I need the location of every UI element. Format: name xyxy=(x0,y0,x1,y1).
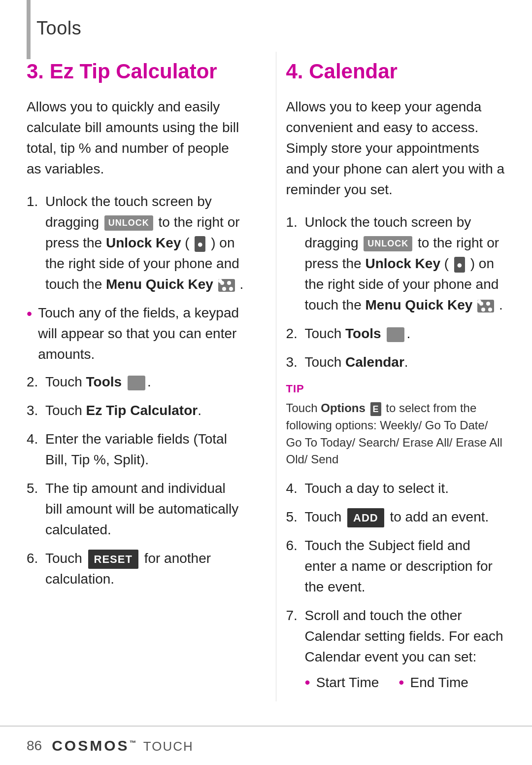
page-title: Tools xyxy=(36,18,81,38)
right-steps-list: 1. Unlock the touch screen by dragging U… xyxy=(286,212,506,694)
right-step-5: 5. Touch ADD to add an event. xyxy=(286,507,506,527)
page-footer: 86 COSMOS™ TOUCH xyxy=(0,726,532,765)
left-step-6-content: Touch RESET for another calculation. xyxy=(45,548,246,590)
right-step-2: 2. Touch Tools . xyxy=(286,323,506,344)
left-step-5: 5. The tip amount and individual bill am… xyxy=(27,478,246,540)
tools-icon-r xyxy=(387,327,404,342)
unlock-key-label: Unlock Key xyxy=(106,235,181,250)
tip-section: TIP Touch Options E to select from the f… xyxy=(286,381,506,468)
menu-icon-r xyxy=(477,300,494,313)
bullet-dot-start: • xyxy=(305,671,310,694)
options-label: Options xyxy=(321,401,366,415)
right-step-5-content: Touch ADD to add an event. xyxy=(305,507,506,527)
right-step-2-content: Touch Tools . xyxy=(305,323,506,344)
right-step-1: 1. Unlock the touch screen by dragging U… xyxy=(286,212,506,315)
left-step-4-num: 4. xyxy=(27,429,45,470)
sub-bullets: • Start Time • End Time xyxy=(305,671,506,694)
left-step-2: 2. Touch Tools . xyxy=(27,372,246,392)
right-step-4: 4. Touch a day to select it. xyxy=(286,478,506,499)
calendar-label: Calendar xyxy=(345,354,404,370)
footer-brand: COSMOS™ TOUCH xyxy=(52,735,194,757)
bullet-dot: • xyxy=(27,303,32,365)
end-time-label: End Time xyxy=(410,672,468,693)
tip-label: TIP xyxy=(286,381,506,397)
footer-page-number: 86 xyxy=(27,736,42,756)
menu-quick-key-label: Menu Quick Key xyxy=(106,277,213,292)
unlock-button-img-r: UNLOCK xyxy=(364,236,412,251)
options-icon: E xyxy=(370,402,381,416)
menu-quick-key-label-r: Menu Quick Key xyxy=(365,297,472,313)
right-step-3-num: 3. xyxy=(286,352,305,373)
left-step-4-content: Enter the variable fields (Total Bill, T… xyxy=(45,429,246,470)
right-step-3: 3. Touch Calendar. xyxy=(286,352,506,373)
right-step-6: 6. Touch the Subject field and enter a n… xyxy=(286,535,506,597)
left-step-4: 4. Enter the variable fields (Total Bill… xyxy=(27,429,246,470)
left-step-5-num: 5. xyxy=(27,478,45,540)
unlock-key-label-r: Unlock Key xyxy=(365,256,440,271)
left-step-2-num: 2. xyxy=(27,372,45,392)
tools-icon-2 xyxy=(128,376,145,390)
page-container: Tools 3. Ez Tip Calculator Allows you to… xyxy=(0,0,532,765)
brand-cosmos: COSMOS xyxy=(52,737,129,754)
right-step-7-content: Scroll and touch the other Calendar sett… xyxy=(305,605,506,694)
left-section-intro: Allows you to quickly and easily calcula… xyxy=(27,97,246,179)
menu-icon xyxy=(218,279,235,292)
bullet-1-text: Touch any of the fields, a keypad will a… xyxy=(38,303,246,365)
right-step-1-content: Unlock the touch screen by dragging UNLO… xyxy=(305,212,506,315)
right-section-heading: 4. Calendar xyxy=(286,57,506,87)
sub-bullet-start-time: • Start Time xyxy=(305,671,379,694)
right-step-4-num: 4. xyxy=(286,478,305,499)
right-step-7-num: 7. xyxy=(286,605,305,694)
left-column: 3. Ez Tip Calculator Allows you to quick… xyxy=(27,52,256,701)
tools-label-r: Tools xyxy=(345,326,381,341)
start-time-label: Start Time xyxy=(316,672,379,693)
page-header: Tools xyxy=(0,0,532,52)
left-accent-bar xyxy=(27,0,31,59)
tools-label-2: Tools xyxy=(86,374,122,389)
right-step-7: 7. Scroll and touch the other Calendar s… xyxy=(286,605,506,694)
right-step-4-content: Touch a day to select it. xyxy=(305,478,506,499)
left-section-heading: 3. Ez Tip Calculator xyxy=(27,57,246,87)
left-steps-list: 1. Unlock the touch screen by dragging U… xyxy=(27,191,246,590)
unlock-button-img: UNLOCK xyxy=(104,215,153,231)
right-step-6-num: 6. xyxy=(286,535,305,597)
tip-section-item: TIP Touch Options E to select from the f… xyxy=(286,381,506,468)
columns-container: 3. Ez Tip Calculator Allows you to quick… xyxy=(0,52,532,701)
left-step-1-content: Unlock the touch screen by dragging UNLO… xyxy=(45,191,246,295)
left-step-3-num: 3. xyxy=(27,400,45,421)
left-step-5-content: The tip amount and individual bill amoun… xyxy=(45,478,246,540)
left-bullet-1: • Touch any of the fields, a keypad will… xyxy=(27,303,246,365)
brand-touch: TOUCH xyxy=(143,739,194,754)
left-step-6-num: 6. xyxy=(27,548,45,590)
right-step-2-num: 2. xyxy=(286,323,305,344)
left-step-1-num: 1. xyxy=(27,191,45,295)
bullet-dot-end: • xyxy=(399,671,404,694)
sub-bullet-end-time: • End Time xyxy=(399,671,468,694)
right-step-6-content: Touch the Subject field and enter a name… xyxy=(305,535,506,597)
left-step-3-content: Touch Ez Tip Calculator. xyxy=(45,400,246,421)
tip-text: Touch Options E to select from the follo… xyxy=(286,400,506,468)
right-step-5-num: 5. xyxy=(286,507,305,527)
left-step-1: 1. Unlock the touch screen by dragging U… xyxy=(27,191,246,295)
add-button: ADD xyxy=(347,508,384,527)
right-column: 4. Calendar Allows you to keep your agen… xyxy=(276,52,506,701)
right-step-3-content: Touch Calendar. xyxy=(305,352,506,373)
ez-tip-label: Ez Tip Calculator xyxy=(86,403,198,418)
left-step-3: 3. Touch Ez Tip Calculator. xyxy=(27,400,246,421)
right-section-intro: Allows you to keep your agenda convenien… xyxy=(286,97,506,200)
left-step-6: 6. Touch RESET for another calculation. xyxy=(27,548,246,590)
left-step-2-content: Touch Tools . xyxy=(45,372,246,392)
right-step-1-num: 1. xyxy=(286,212,305,315)
reset-button: RESET xyxy=(88,550,138,569)
key-icon: ● xyxy=(195,236,205,252)
key-icon-r: ● xyxy=(454,257,465,273)
